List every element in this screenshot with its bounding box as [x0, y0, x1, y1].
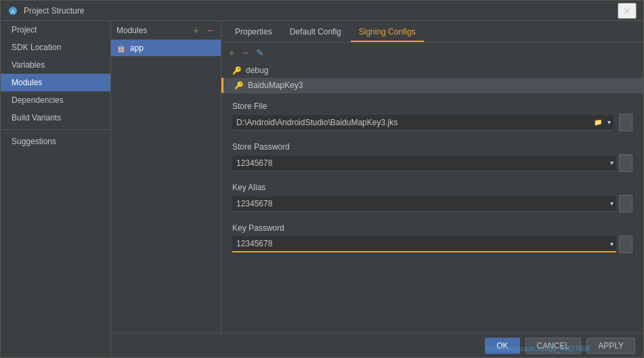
project-structure-window: A Project Structure ✕ Project SDK Locati… [0, 0, 644, 358]
modules-actions: + − [191, 25, 215, 36]
store-file-dropdown-btn[interactable]: ▾ [605, 117, 614, 127]
module-label: app [130, 43, 144, 53]
modules-header: Modules + − [111, 21, 221, 40]
key-password-label: Key Password [232, 223, 632, 233]
key-alias-side-btn[interactable] [619, 195, 632, 212]
form-area: Store File 📁 ▾ [221, 93, 643, 333]
store-file-input[interactable] [232, 115, 591, 130]
key-password-input-wrap: ▾ [232, 236, 616, 252]
key-icon-debug: 🔑 [232, 66, 242, 75]
sidebar-item-build-variants[interactable]: Build Variants [1, 109, 110, 127]
key-password-dropdown-btn[interactable]: ▾ [607, 239, 616, 249]
modules-panel: Modules + − 🤖 app [111, 21, 221, 333]
tab-signing-configs[interactable]: Signing Configs [351, 23, 424, 42]
key-password-side-btn[interactable] [619, 236, 632, 253]
config-item-baidumap[interactable]: 🔑 BaiduMapKey3 [221, 78, 643, 93]
sidebar-item-variables[interactable]: Variables [1, 56, 110, 74]
app-icon: A [7, 5, 18, 16]
config-label-baidumap: BaiduMapKey3 [248, 81, 303, 90]
key-password-row: ▾ [232, 236, 632, 253]
key-alias-input-wrap: ▾ [232, 196, 616, 212]
main-content: Project SDK Location Variables Modules D… [1, 21, 643, 357]
close-button[interactable]: ✕ [618, 3, 637, 19]
config-add-button[interactable]: + [227, 47, 236, 59]
store-password-row: ▾ [232, 154, 632, 172]
store-file-label: Store File [232, 102, 632, 111]
window-title: Project Structure [24, 6, 618, 16]
watermark: https://blog.csdn.net/qq_44627608 [486, 345, 590, 353]
sidebar-item-sdk-location[interactable]: SDK Location [1, 39, 110, 56]
main-area: Modules + − 🤖 app [111, 21, 643, 357]
config-list: 🔑 debug 🔑 BaiduMapKey3 [221, 63, 643, 93]
signing-content: + − ✎ 🔑 debug 🔑 Baidu [221, 43, 643, 333]
tab-properties[interactable]: Properties [227, 23, 280, 42]
store-file-side-btn[interactable] [619, 114, 632, 131]
title-bar: A Project Structure ✕ [1, 1, 643, 21]
config-item-debug[interactable]: 🔑 debug [221, 63, 643, 78]
right-panel: Properties Default Config Signing Config… [221, 21, 643, 333]
sidebar: Project SDK Location Variables Modules D… [1, 21, 111, 357]
key-password-input[interactable] [232, 236, 607, 251]
sidebar-item-modules[interactable]: Modules [1, 74, 110, 91]
top-split: Modules + − 🤖 app [111, 21, 643, 333]
apply-button[interactable]: APPLY [586, 338, 635, 354]
modules-title: Modules [116, 26, 147, 35]
store-password-side-btn[interactable] [619, 154, 632, 172]
bottom-bar: https://blog.csdn.net/qq_44627608 OK CAN… [111, 333, 643, 357]
key-alias-row: ▾ [232, 195, 632, 212]
sidebar-item-project[interactable]: Project [1, 21, 110, 39]
config-edit-button[interactable]: ✎ [254, 47, 266, 59]
store-password-dropdown-btn[interactable]: ▾ [607, 158, 616, 168]
store-file-field: Store File 📁 ▾ [232, 102, 632, 131]
key-icon-baidumap: 🔑 [234, 81, 244, 90]
tabs-bar: Properties Default Config Signing Config… [221, 21, 643, 43]
module-item-app[interactable]: 🤖 app [111, 40, 221, 56]
svg-text:A: A [11, 8, 15, 15]
store-password-label: Store Password [232, 142, 632, 152]
config-remove-button[interactable]: − [240, 47, 250, 59]
key-alias-field: Key Alias ▾ [232, 183, 632, 212]
key-alias-label: Key Alias [232, 183, 632, 192]
store-password-field: Store Password ▾ [232, 142, 632, 172]
store-password-input-wrap: ▾ [232, 156, 616, 171]
store-file-row: 📁 ▾ [232, 114, 632, 131]
sidebar-divider [1, 129, 110, 130]
key-alias-input[interactable] [232, 196, 607, 211]
store-password-input[interactable] [232, 156, 607, 171]
modules-remove-button[interactable]: − [205, 25, 215, 36]
config-list-toolbar: + − ✎ [221, 43, 643, 63]
store-file-input-wrap: 📁 ▾ [232, 115, 614, 131]
key-password-field: Key Password ▾ [232, 223, 632, 253]
sidebar-item-dependencies[interactable]: Dependencies [1, 91, 110, 109]
config-label-debug: debug [246, 66, 268, 75]
tab-default-config[interactable]: Default Config [282, 23, 349, 42]
sidebar-item-suggestions[interactable]: Suggestions [1, 133, 110, 150]
module-icon: 🤖 [116, 44, 126, 53]
store-file-folder-btn[interactable]: 📁 [591, 117, 605, 127]
key-alias-dropdown-btn[interactable]: ▾ [607, 198, 616, 208]
modules-add-button[interactable]: + [191, 25, 202, 36]
